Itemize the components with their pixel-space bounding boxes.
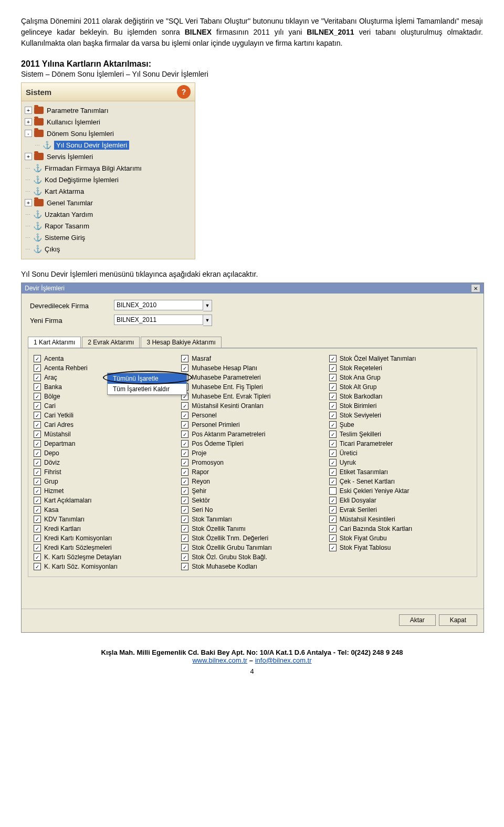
combo-devredilecek[interactable] [114,300,203,310]
tree-item[interactable]: ⋯⚓Yıl Sonu Devir İşlemleri [34,139,193,151]
tree-item[interactable]: ⋯⚓Sisteme Giriş [25,232,193,243]
check-row[interactable]: ✓Stok Özellik Grubu Tanımları [181,543,323,552]
expand-icon[interactable]: + [25,107,32,114]
checkbox[interactable]: ✓ [34,449,41,457]
checkbox[interactable]: ✓ [329,449,337,457]
checkbox[interactable]: ✓ [181,497,188,504]
check-row[interactable]: ✓Kasa [34,505,176,515]
checkbox[interactable]: ✓ [181,478,188,485]
combo-yeni-firma[interactable] [114,315,203,325]
checkbox[interactable]: ✓ [34,506,41,514]
check-row[interactable]: ✓Personel [181,411,323,420]
check-row[interactable]: ✓Seri No [181,505,323,515]
checkbox[interactable]: ✓ [329,364,337,372]
check-row[interactable]: ✓Şube [329,420,471,430]
checkbox[interactable]: ✓ [329,459,337,466]
checkbox[interactable]: ✓ [329,402,337,410]
check-row[interactable]: ✓Acenta [34,354,176,363]
checkbox[interactable]: ✓ [181,468,188,476]
tab[interactable]: 3 Hesap Bakiye Aktarımı [141,337,221,348]
check-row[interactable]: ✓Stok Fiyat Tablosu [329,543,471,552]
check-row[interactable]: ✓Cari Bazında Stok Kartları [329,524,471,533]
check-row[interactable]: ✓Çek - Senet Kartları [329,477,471,486]
checkbox[interactable]: ✓ [34,516,41,523]
check-row[interactable]: ✓Stok Özel Maliyet Tanımları [329,354,471,363]
tree-item[interactable]: +Parametre Tanımları [25,104,193,116]
check-row[interactable]: ✓Kart Açıklamaları [34,496,176,505]
checkbox[interactable]: ✓ [181,563,188,570]
checkbox[interactable]: ✓ [329,374,337,381]
checkbox[interactable]: ✓ [329,544,337,551]
checkbox[interactable]: ✓ [329,412,337,419]
checkbox[interactable]: ✓ [329,393,337,400]
tree-item[interactable]: ⋯⚓Firmadan Firmaya Bilgi Aktarımı [25,162,193,174]
check-row[interactable]: ✓Acenta Rehberi [34,363,176,373]
help-icon[interactable]: ? [177,85,191,99]
checkbox[interactable] [329,487,337,495]
aktar-button[interactable]: Aktar [399,614,436,626]
check-row[interactable]: ✓Stok Seviyeleri [329,411,471,420]
checkbox[interactable]: ✓ [34,487,41,495]
check-row[interactable]: ✓Etiket Tasarımları [329,467,471,477]
tab[interactable]: 1 Kart Aktarımı [28,337,81,348]
checkbox[interactable]: ✓ [329,516,337,523]
checkbox[interactable]: ✓ [181,553,188,561]
checkbox[interactable]: ✓ [181,525,188,532]
checkbox[interactable]: ✓ [34,383,41,391]
checkbox[interactable]: ✓ [329,355,337,362]
checkbox[interactable]: ✓ [329,421,337,428]
check-row[interactable]: ✓Cari [34,401,176,411]
check-row[interactable]: ✓Teslim Şekilleri [329,430,471,439]
close-icon[interactable]: ✕ [471,284,480,292]
checkbox[interactable]: ✓ [181,431,188,438]
checkbox[interactable]: ✓ [329,468,337,476]
check-row[interactable]: ✓Şehir [181,486,323,496]
check-row[interactable]: ✓Stok Reçeteleri [329,363,471,373]
checkbox[interactable]: ✓ [329,440,337,447]
kapat-button[interactable]: Kapat [439,614,477,626]
chevron-down-icon[interactable]: ▼ [203,300,212,311]
check-row[interactable]: ✓Hizmet [34,486,176,496]
check-row[interactable]: ✓Stok Özellik Tnm. Değerleri [181,533,323,543]
checkbox[interactable]: ✓ [34,412,41,419]
expand-icon[interactable]: + [25,118,32,125]
checkbox[interactable]: ✓ [181,355,188,362]
checkbox[interactable]: ✓ [329,497,337,504]
tree-item[interactable]: ⋯⚓Uzaktan Yardım [25,208,193,220]
checkbox[interactable]: ✓ [181,364,188,372]
checkbox[interactable]: ✓ [181,421,188,428]
tree-item[interactable]: +Kullanıcı İşlemleri [25,116,193,128]
checkbox[interactable]: ✓ [34,374,41,381]
checkbox[interactable]: ✓ [181,440,188,447]
check-row[interactable]: ✓Fihrist [34,467,176,477]
expand-icon[interactable]: + [25,153,32,160]
checkbox[interactable]: ✓ [181,544,188,551]
checkbox[interactable]: ✓ [34,440,41,447]
checkbox[interactable]: ✓ [34,553,41,561]
check-row[interactable]: ✓Reyon [181,477,323,486]
checkbox[interactable]: ✓ [181,487,188,495]
check-row[interactable]: ✓Sektör [181,496,323,505]
checkbox[interactable]: ✓ [34,402,41,410]
checkbox[interactable]: ✓ [34,431,41,438]
check-row[interactable]: ✓Grup [34,477,176,486]
checkbox[interactable]: ✓ [181,459,188,466]
check-row[interactable]: ✓Depo [34,448,176,458]
checkbox[interactable]: ✓ [329,478,337,485]
checkbox[interactable]: ✓ [34,563,41,570]
check-row[interactable]: ✓Stok Fiyat Grubu [329,533,471,543]
checkbox[interactable]: ✓ [181,506,188,514]
checkbox[interactable]: ✓ [34,459,41,466]
checkbox[interactable]: ✓ [181,516,188,523]
footer-mail-link[interactable]: info@bilnex.com.tr [255,656,312,664]
check-row[interactable]: ✓Stok Muhasebe Kodları [181,562,323,571]
check-row[interactable]: ✓Proje [181,448,323,458]
tab[interactable]: 2 Evrak Aktarımı [82,337,140,348]
checkbox[interactable]: ✓ [34,393,41,400]
check-row[interactable]: ✓Muhasebe Ent. Evrak Tipleri [181,392,323,401]
checkbox[interactable]: ✓ [181,449,188,457]
checkbox[interactable]: ✓ [329,431,337,438]
check-row[interactable]: Eski Çekleri Yeniye Aktar [329,486,471,496]
check-row[interactable]: ✓Muhasebe Parametreleri [181,373,323,382]
check-row[interactable]: ✓Pos Ödeme Tipleri [181,439,323,448]
